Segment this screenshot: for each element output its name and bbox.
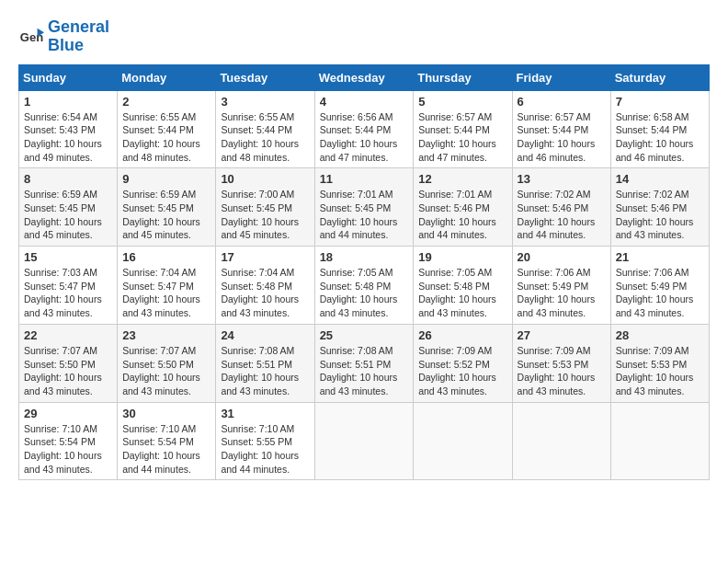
calendar-cell: 26Sunrise: 7:09 AMSunset: 5:52 PMDayligh… [414,324,512,402]
day-info: Sunrise: 6:55 AMSunset: 5:44 PMDaylight:… [122,110,210,165]
day-number: 12 [418,172,506,186]
day-info: Sunrise: 7:00 AMSunset: 5:45 PMDaylight:… [221,188,309,242]
day-info: Sunrise: 6:58 AMSunset: 5:44 PMDaylight:… [616,110,704,165]
day-info: Sunrise: 7:09 AMSunset: 5:53 PMDaylight:… [518,344,606,398]
calendar-cell: 11Sunrise: 7:01 AMSunset: 5:45 PMDayligh… [314,168,414,247]
day-info: Sunrise: 7:04 AMSunset: 5:47 PMDaylight:… [122,266,210,320]
day-number: 29 [24,407,112,420]
calendar-cell: 4Sunrise: 6:56 AMSunset: 5:44 PMDaylight… [314,90,414,168]
day-info: Sunrise: 7:08 AMSunset: 5:51 PMDaylight:… [221,344,309,398]
calendar-cell: 31Sunrise: 7:10 AMSunset: 5:55 PMDayligh… [216,402,314,480]
day-info: Sunrise: 6:57 AMSunset: 5:44 PMDaylight:… [518,110,606,165]
day-info: Sunrise: 7:10 AMSunset: 5:54 PMDaylight:… [24,422,112,477]
calendar-row-week-5: 29Sunrise: 7:10 AMSunset: 5:54 PMDayligh… [19,402,710,480]
day-number: 2 [122,95,210,109]
calendar-cell: 15Sunrise: 7:03 AMSunset: 5:47 PMDayligh… [19,247,118,325]
calendar-cell: 13Sunrise: 7:02 AMSunset: 5:46 PMDayligh… [512,168,610,247]
calendar-cell: 5Sunrise: 6:57 AMSunset: 5:44 PMDaylight… [414,90,512,168]
calendar-cell: 14Sunrise: 7:02 AMSunset: 5:46 PMDayligh… [610,168,709,247]
day-number: 24 [221,328,309,342]
calendar-cell [314,402,414,480]
calendar-header-friday: Friday [512,64,610,90]
calendar-cell: 16Sunrise: 7:04 AMSunset: 5:47 PMDayligh… [118,247,216,325]
calendar-cell: 20Sunrise: 7:06 AMSunset: 5:49 PMDayligh… [512,247,610,325]
day-number: 17 [221,250,309,264]
calendar-header-row: SundayMondayTuesdayWednesdayThursdayFrid… [19,64,710,90]
calendar-cell: 21Sunrise: 7:06 AMSunset: 5:49 PMDayligh… [610,247,709,325]
day-number: 23 [122,328,210,342]
calendar-cell: 18Sunrise: 7:05 AMSunset: 5:48 PMDayligh… [314,247,414,325]
day-info: Sunrise: 7:10 AMSunset: 5:55 PMDaylight:… [221,422,309,477]
day-info: Sunrise: 6:57 AMSunset: 5:44 PMDaylight:… [418,110,506,165]
day-number: 16 [122,250,210,264]
day-number: 4 [320,95,409,109]
calendar-cell: 22Sunrise: 7:07 AMSunset: 5:50 PMDayligh… [19,324,118,402]
day-info: Sunrise: 7:09 AMSunset: 5:53 PMDaylight:… [616,344,704,398]
day-info: Sunrise: 7:07 AMSunset: 5:50 PMDaylight:… [24,344,112,398]
calendar-cell: 2Sunrise: 6:55 AMSunset: 5:44 PMDaylight… [118,90,216,168]
day-info: Sunrise: 7:01 AMSunset: 5:46 PMDaylight:… [418,188,506,242]
day-info: Sunrise: 6:55 AMSunset: 5:44 PMDaylight:… [221,110,309,165]
calendar-body: 1Sunrise: 6:54 AMSunset: 5:43 PMDaylight… [19,90,710,480]
logo-icon: Gen [18,24,44,50]
calendar-header-tuesday: Tuesday [216,64,314,90]
day-info: Sunrise: 7:08 AMSunset: 5:51 PMDaylight:… [320,344,409,398]
calendar-header-wednesday: Wednesday [314,64,414,90]
day-number: 22 [24,328,112,342]
day-number: 13 [518,172,606,186]
calendar-cell: 23Sunrise: 7:07 AMSunset: 5:50 PMDayligh… [118,324,216,402]
day-info: Sunrise: 7:03 AMSunset: 5:47 PMDaylight:… [24,266,112,320]
day-info: Sunrise: 7:04 AMSunset: 5:48 PMDaylight:… [221,266,309,320]
day-number: 18 [320,250,409,264]
day-info: Sunrise: 6:54 AMSunset: 5:43 PMDaylight:… [24,110,112,165]
page-header: Gen General Blue [18,18,710,55]
day-info: Sunrise: 7:02 AMSunset: 5:46 PMDaylight:… [518,188,606,242]
calendar-cell: 19Sunrise: 7:05 AMSunset: 5:48 PMDayligh… [414,247,512,325]
calendar-row-week-1: 1Sunrise: 6:54 AMSunset: 5:43 PMDaylight… [19,90,710,168]
day-number: 21 [616,250,704,264]
day-number: 19 [418,250,506,264]
logo: Gen General Blue [18,18,109,55]
calendar-cell: 27Sunrise: 7:09 AMSunset: 5:53 PMDayligh… [512,324,610,402]
calendar-header-sunday: Sunday [19,64,118,90]
day-number: 28 [616,328,704,342]
calendar-row-week-4: 22Sunrise: 7:07 AMSunset: 5:50 PMDayligh… [19,324,710,402]
calendar-cell: 12Sunrise: 7:01 AMSunset: 5:46 PMDayligh… [414,168,512,247]
logo-text: General Blue [48,18,109,55]
day-number: 5 [418,95,506,109]
day-info: Sunrise: 6:59 AMSunset: 5:45 PMDaylight:… [122,188,210,242]
calendar-cell: 1Sunrise: 6:54 AMSunset: 5:43 PMDaylight… [19,90,118,168]
calendar-cell: 25Sunrise: 7:08 AMSunset: 5:51 PMDayligh… [314,324,414,402]
day-number: 25 [320,328,409,342]
day-info: Sunrise: 7:07 AMSunset: 5:50 PMDaylight:… [122,344,210,398]
calendar-cell: 17Sunrise: 7:04 AMSunset: 5:48 PMDayligh… [216,247,314,325]
calendar-table: SundayMondayTuesdayWednesdayThursdayFrid… [18,64,710,481]
day-number: 1 [24,95,112,109]
calendar-cell: 28Sunrise: 7:09 AMSunset: 5:53 PMDayligh… [610,324,709,402]
day-number: 15 [24,250,112,264]
day-info: Sunrise: 6:59 AMSunset: 5:45 PMDaylight:… [24,188,112,242]
calendar-cell [512,402,610,480]
calendar-row-week-3: 15Sunrise: 7:03 AMSunset: 5:47 PMDayligh… [19,247,710,325]
day-number: 10 [221,172,309,186]
day-number: 20 [518,250,606,264]
calendar-cell: 6Sunrise: 6:57 AMSunset: 5:44 PMDaylight… [512,90,610,168]
day-number: 9 [122,172,210,186]
day-info: Sunrise: 7:01 AMSunset: 5:45 PMDaylight:… [320,188,409,242]
day-number: 31 [221,407,309,420]
day-info: Sunrise: 7:09 AMSunset: 5:52 PMDaylight:… [418,344,506,398]
day-info: Sunrise: 7:06 AMSunset: 5:49 PMDaylight:… [518,266,606,320]
day-number: 14 [616,172,704,186]
calendar-cell [610,402,709,480]
calendar-row-week-2: 8Sunrise: 6:59 AMSunset: 5:45 PMDaylight… [19,168,710,247]
calendar-header-saturday: Saturday [610,64,709,90]
calendar-cell: 29Sunrise: 7:10 AMSunset: 5:54 PMDayligh… [19,402,118,480]
day-info: Sunrise: 6:56 AMSunset: 5:44 PMDaylight:… [320,110,409,165]
calendar-header-monday: Monday [118,64,216,90]
day-number: 26 [418,328,506,342]
calendar-cell: 24Sunrise: 7:08 AMSunset: 5:51 PMDayligh… [216,324,314,402]
day-info: Sunrise: 7:10 AMSunset: 5:54 PMDaylight:… [122,422,210,477]
day-info: Sunrise: 7:05 AMSunset: 5:48 PMDaylight:… [418,266,506,320]
day-number: 6 [518,95,606,109]
day-number: 7 [616,95,704,109]
